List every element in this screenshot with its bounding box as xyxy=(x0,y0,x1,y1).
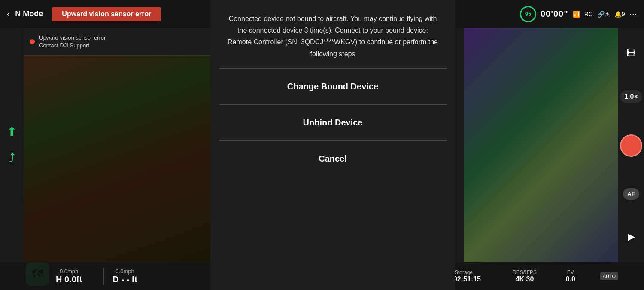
notification-icon: 🔔9 xyxy=(614,11,625,18)
back-button[interactable]: ‹ xyxy=(7,9,10,20)
ev-value: 0.0 xyxy=(566,275,575,283)
error-banner: Upward vision sensor error xyxy=(52,7,161,21)
status-bar: 95 00'00" 📶 RC 🔗⚠ 🔔9 ··· xyxy=(464,0,644,28)
d-speed-label: 0.0mph xyxy=(115,268,134,275)
record-button[interactable] xyxy=(620,134,642,157)
link-warning-icon: 🔗⚠ xyxy=(597,11,610,18)
modal-dialog: Connected device not bound to aircraft. … xyxy=(210,0,455,290)
share-icon[interactable]: ⤴ xyxy=(9,152,15,165)
alert-text: Upward vision sensor errorContact DJI Su… xyxy=(39,34,106,49)
divider-v1 xyxy=(103,268,104,285)
horizontal-speed-block: 0.0mph H 0.0ft xyxy=(56,268,82,284)
rc-label: RC xyxy=(584,11,593,18)
storage-time: 02:51:15 xyxy=(453,275,481,283)
flight-timer: 00'00" xyxy=(541,9,568,19)
alert-dot xyxy=(30,39,35,44)
storage-label: Storage xyxy=(455,269,473,275)
play-icon[interactable]: ▶ xyxy=(628,231,635,242)
h-speed-label: 0.0mph xyxy=(60,268,78,275)
resfps-value: 4K 30 xyxy=(516,275,534,283)
camera-feed-image xyxy=(464,28,618,262)
right-camera-feed xyxy=(464,28,618,262)
change-bound-device-button[interactable]: Change Bound Device xyxy=(210,69,455,104)
right-sidebar: 🎞 1.0× AF ▶ xyxy=(618,28,644,262)
auto-badge: AUTO xyxy=(600,272,618,280)
ev-block: EV 0.0 xyxy=(566,269,575,283)
upload-arrow-icon[interactable]: ⬆ xyxy=(7,125,17,139)
battery-indicator: 95 xyxy=(520,6,536,22)
more-button[interactable]: ··· xyxy=(629,9,637,20)
alert-item: Upward vision sensor errorContact DJI Su… xyxy=(24,28,210,56)
modal-bottom-space xyxy=(210,177,455,290)
af-button[interactable]: AF xyxy=(623,188,639,200)
mode-label: N Mode xyxy=(15,9,43,18)
resfps-block: RES&FPS 4K 30 xyxy=(513,269,537,283)
distance-speed-block: 0.0mph D - - ft xyxy=(112,268,137,284)
h-altitude-value: H 0.0ft xyxy=(56,275,82,284)
camera-thumbnails xyxy=(24,56,210,262)
unbind-device-button[interactable]: Unbind Device xyxy=(210,105,455,140)
cancel-button[interactable]: Cancel xyxy=(210,141,455,177)
ev-label: EV xyxy=(567,269,574,275)
left-sidebar: ⬆ ⤴ xyxy=(0,28,24,262)
zoom-button[interactable]: 1.0× xyxy=(620,90,642,103)
modal-message-text: Connected device not bound to aircraft. … xyxy=(210,0,455,68)
signal-icon: 📶 xyxy=(573,11,580,18)
resfps-label: RES&FPS xyxy=(513,269,537,275)
film-icon[interactable]: 🎞 xyxy=(626,48,636,59)
d-distance-value: D - - ft xyxy=(112,275,137,284)
